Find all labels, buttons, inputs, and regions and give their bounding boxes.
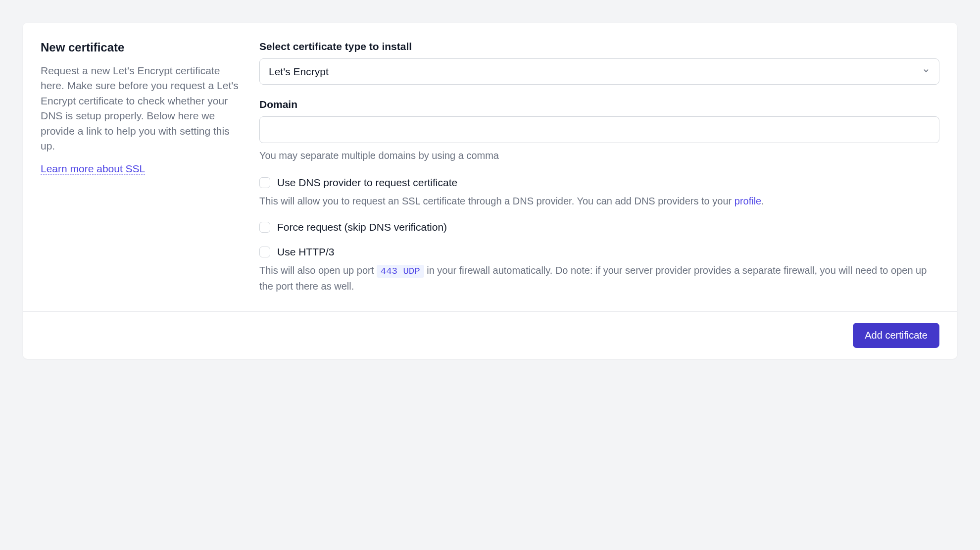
form-column: Select certificate type to install Let's… — [259, 41, 939, 294]
add-certificate-button[interactable]: Add certificate — [853, 323, 939, 348]
dns-provider-helper-pre: This will allow you to request an SSL ce… — [259, 196, 735, 206]
http3-group: Use HTTP/3 This will also open up port 4… — [259, 246, 939, 294]
dns-provider-checkbox[interactable] — [259, 177, 270, 188]
card-footer: Add certificate — [23, 311, 957, 359]
section-title: New certificate — [41, 41, 239, 54]
card-body: New certificate Request a new Let's Encr… — [23, 23, 957, 311]
http3-row: Use HTTP/3 — [259, 246, 939, 258]
domain-input[interactable] — [259, 116, 939, 143]
profile-link[interactable]: profile — [735, 196, 761, 206]
http3-helper-pre: This will also open up port — [259, 265, 377, 276]
http3-helper: This will also open up port 443 UDP in y… — [259, 263, 939, 294]
certificate-card: New certificate Request a new Let's Encr… — [23, 23, 957, 359]
domain-field: Domain You may separate multiple domains… — [259, 99, 939, 163]
force-request-checkbox[interactable] — [259, 222, 270, 233]
dns-provider-row: Use DNS provider to request certificate — [259, 177, 939, 189]
http3-label[interactable]: Use HTTP/3 — [277, 246, 335, 258]
domain-label: Domain — [259, 99, 939, 110]
left-column: New certificate Request a new Let's Encr… — [41, 41, 239, 294]
learn-more-ssl-link[interactable]: Learn more about SSL — [41, 163, 145, 175]
http3-checkbox[interactable] — [259, 247, 270, 257]
force-request-row: Force request (skip DNS verification) — [259, 221, 939, 233]
domain-helper-text: You may separate multiple domains by usi… — [259, 148, 939, 163]
http3-port-code: 443 UDP — [377, 265, 424, 278]
cert-type-select[interactable]: Let's Encrypt — [259, 58, 939, 85]
cert-type-select-wrap: Let's Encrypt — [259, 58, 939, 85]
cert-type-label: Select certificate type to install — [259, 41, 939, 52]
dns-provider-helper-post: . — [761, 196, 764, 206]
dns-provider-helper: This will allow you to request an SSL ce… — [259, 194, 939, 208]
force-request-group: Force request (skip DNS verification) — [259, 221, 939, 233]
force-request-label[interactable]: Force request (skip DNS verification) — [277, 221, 447, 233]
dns-provider-group: Use DNS provider to request certificate … — [259, 177, 939, 208]
dns-provider-label[interactable]: Use DNS provider to request certificate — [277, 177, 457, 189]
section-description: Request a new Let's Encrypt certificate … — [41, 63, 239, 154]
cert-type-field: Select certificate type to install Let's… — [259, 41, 939, 85]
